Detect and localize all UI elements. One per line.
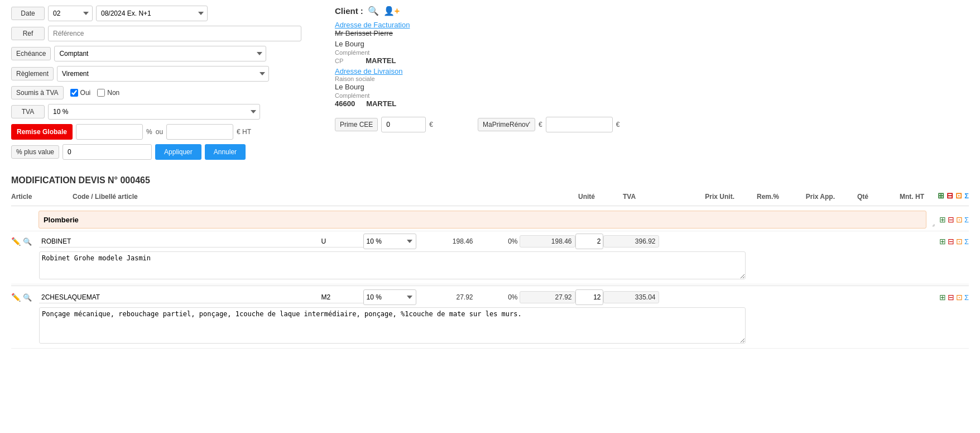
remise-ht-input[interactable] (166, 124, 233, 140)
oui-checkbox-label[interactable]: Oui (70, 89, 91, 97)
header-note-icon[interactable]: ⊡ (955, 191, 962, 200)
item-row-robinet: ✏️ 🔍 10 % 198.46 0% 198.46 396.92 ⊞ (11, 231, 969, 284)
2ches-remove-icon[interactable]: ⊟ (948, 293, 954, 302)
header-mnt: Mnt. HT (868, 193, 924, 201)
header-add-icon[interactable]: ⊞ (938, 191, 944, 200)
robinet-unite-input[interactable] (319, 236, 363, 248)
header-article: Article (11, 193, 73, 201)
2ches-rem: 0% (475, 292, 520, 303)
livraison-complement-label: Complément (335, 92, 969, 99)
item-icons-robinet: ✏️ 🔍 (11, 237, 39, 246)
header-prix-app: Prix App. (779, 193, 835, 201)
client-header-label: Client : (335, 6, 363, 16)
robinet-search-icon[interactable]: 🔍 (23, 237, 32, 246)
2ches-prix-app: 27.92 (520, 291, 575, 303)
remise-globale-button[interactable]: Remise Globale (11, 124, 73, 140)
prime-cee-label: Prime CEE (335, 118, 378, 131)
robinet-tva-select[interactable]: 10 % (363, 234, 416, 249)
non-label: Non (107, 89, 119, 97)
robinet-rem: 0% (475, 236, 520, 247)
cp-city: MARTEL (366, 56, 396, 65)
echeance-select[interactable]: Comptant (54, 46, 266, 61)
soumis-tva-label: Soumis à TVA (11, 86, 64, 99)
echeance-label: Echéance (11, 47, 51, 60)
maprimer-input[interactable] (546, 117, 613, 132)
tva-field-label: TVA (11, 105, 45, 118)
section-add-icon[interactable]: ⊞ (939, 215, 946, 224)
2ches-desc-row: Ponçage mécanique, rebouchage partiel, p… (11, 305, 969, 346)
facturation-link[interactable]: Adresse de Facturation (335, 21, 410, 29)
remise-percent-symbol: % (146, 128, 152, 136)
cp-label: CP (335, 58, 343, 64)
livraison-city: MARTEL (366, 99, 396, 108)
client-add-icon[interactable]: 👤+ (383, 6, 400, 16)
reglement-label: Règlement (11, 67, 54, 80)
2ches-qte-input[interactable] (575, 289, 603, 305)
client-name: Mr Berisset Pierre (335, 29, 969, 37)
robinet-sigma-icon[interactable]: Σ (964, 237, 969, 246)
robinet-qte-input[interactable] (575, 234, 603, 249)
maprimer-euro-right: € (616, 121, 620, 129)
client-search-icon[interactable]: 🔍 (368, 6, 379, 16)
section-note-icon[interactable]: ⊡ (956, 215, 963, 224)
annuler-button[interactable]: Annuler (205, 144, 246, 160)
date-select[interactable]: 02 (48, 6, 93, 21)
oui-checkbox[interactable] (70, 89, 78, 97)
section-plomberie: ⌟ ⊞ ⊟ ⊡ Σ (11, 208, 969, 231)
2ches-code-input[interactable] (39, 292, 319, 303)
robinet-edit-icon[interactable]: ✏️ (11, 237, 21, 246)
tva-select[interactable]: 10 % (48, 104, 260, 120)
item-row-2ches: ✏️ 🔍 10 % 27.92 0% 27.92 335.04 ⊞ (11, 287, 969, 349)
header-tva: TVA (623, 193, 679, 201)
header-actions: ⊞ ⊟ ⊡ Σ (924, 191, 969, 202)
non-checkbox[interactable] (97, 89, 105, 97)
livraison-link[interactable]: Adresse de Livraison (335, 67, 402, 75)
2ches-sigma-icon[interactable]: Σ (964, 293, 969, 302)
robinet-remove-icon[interactable]: ⊟ (948, 237, 954, 246)
remise-percent-input[interactable] (76, 124, 143, 140)
2ches-add-icon[interactable]: ⊞ (939, 293, 946, 302)
reglement-select[interactable]: Virement (57, 66, 269, 82)
client-address1: Le Bourg (335, 40, 969, 48)
2ches-note-icon[interactable]: ⊡ (956, 293, 963, 302)
2ches-search-icon[interactable]: 🔍 (23, 293, 32, 302)
header-remove-icon[interactable]: ⊟ (947, 191, 953, 200)
header-sigma-icon[interactable]: Σ (964, 192, 969, 200)
item-main-robinet: ✏️ 🔍 10 % 198.46 0% 198.46 396.92 ⊞ (11, 234, 969, 249)
section-remove-icon[interactable]: ⊟ (948, 215, 954, 224)
ref-input[interactable] (48, 26, 301, 41)
2ches-edit-icon[interactable]: ✏️ (11, 293, 21, 302)
maprimer-label: MaPrimeRénov' (478, 118, 535, 131)
maprimer-euro-left: € (539, 121, 542, 129)
robinet-add-icon[interactable]: ⊞ (939, 237, 946, 246)
2ches-description[interactable]: Ponçage mécanique, rebouchage partiel, p… (39, 307, 746, 344)
remise-ou-text: ou (156, 128, 163, 136)
2ches-unite-input[interactable] (319, 292, 363, 303)
table-header: Article Code / Libellé article Unité TVA… (11, 191, 969, 206)
robinet-description[interactable]: Robinet Grohe modele Jasmin (39, 251, 746, 279)
plusvalue-label: % plus value (11, 145, 59, 159)
2ches-mnt: 335.04 (603, 291, 659, 303)
section-title-input[interactable] (39, 211, 926, 229)
robinet-note-icon[interactable]: ⊡ (956, 237, 963, 246)
remise-ht-label: € HT (237, 128, 251, 136)
appliquer-button[interactable]: Appliquer (155, 144, 201, 160)
header-qte: Qté (835, 193, 868, 201)
prime-cee-input[interactable] (381, 117, 426, 132)
robinet-prix-unit: 198.46 (419, 236, 475, 247)
header-rem: Rem.% (734, 193, 779, 201)
non-checkbox-label[interactable]: Non (97, 89, 119, 97)
date-ex-select[interactable]: 08/2024 Ex. N+1 (96, 6, 208, 21)
plusvalue-input[interactable] (63, 144, 152, 160)
livraison-address: Le Bourg (335, 83, 969, 91)
header-prix-unit: Prix Unit. (679, 193, 734, 201)
devis-title: MODIFICATION DEVIS N° 000465 (11, 175, 969, 185)
prime-cee-euro: € (429, 121, 433, 129)
2ches-prix-unit: 27.92 (419, 292, 475, 303)
robinet-code-input[interactable] (39, 236, 319, 248)
2ches-tva-select[interactable]: 10 % (363, 289, 416, 305)
robinet-prix-app: 198.46 (520, 235, 575, 248)
section-sigma-icon[interactable]: Σ (964, 216, 969, 224)
raison-label: Raison sociale (335, 75, 969, 82)
ref-label: Ref (11, 27, 45, 40)
